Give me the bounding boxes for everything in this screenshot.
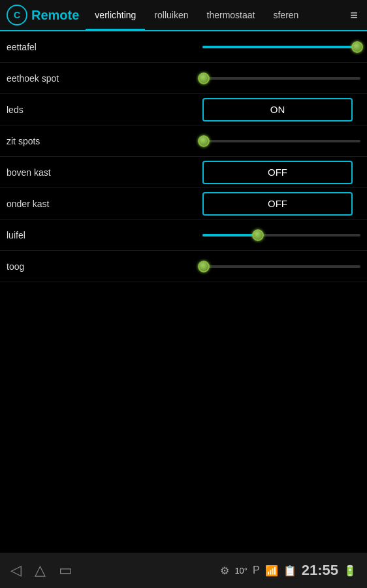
logo-letter: C: [14, 10, 20, 20]
control-right-leds: ON: [202, 98, 360, 122]
slider-fill-luifel: [202, 234, 258, 237]
control-right-boven_kast: OFF: [202, 161, 360, 184]
slider-track-eethoek[interactable]: [202, 77, 360, 80]
back-button[interactable]: ◁: [10, 562, 22, 579]
recents-button[interactable]: ▭: [59, 562, 72, 579]
temperature: 10°: [234, 566, 247, 576]
control-row-leds: ledsON: [0, 94, 367, 125]
slider-thumb-toog[interactable]: [198, 261, 210, 272]
tab-sferen[interactable]: sferen: [264, 1, 308, 31]
label-zit_spots: zit spots: [7, 136, 202, 146]
wifi-icon: 📶: [265, 564, 278, 577]
control-row-eethoek: eethoek spot: [0, 63, 367, 94]
nav-tabs: verlichtingrolluikenthermostaatsferen: [86, 0, 341, 30]
slider-thumb-zit_spots[interactable]: [198, 135, 210, 147]
slider-thumb-eettafel[interactable]: [351, 41, 363, 53]
control-right-onder_kast: OFF: [202, 192, 360, 216]
temp-icon: ⚙: [220, 564, 229, 577]
slider-track-luifel[interactable]: [202, 234, 360, 237]
slider-track-eettafel[interactable]: [202, 46, 360, 48]
control-row-boven_kast: boven kastOFF: [0, 157, 367, 188]
label-eettafel: eettafel: [7, 42, 202, 52]
logo: C Remote: [0, 5, 86, 25]
label-onder_kast: onder kast: [7, 199, 202, 209]
slider-track-zit_spots[interactable]: [202, 140, 360, 142]
label-toog: toog: [7, 261, 202, 272]
bottom-left-nav: ◁ △ ▭: [10, 562, 72, 579]
slider-thumb-eethoek[interactable]: [198, 73, 210, 84]
label-eethoek: eethoek spot: [7, 73, 202, 84]
control-right-toog: [202, 265, 360, 268]
label-boven_kast: boven kast: [7, 167, 202, 178]
content: eettafeleethoek spotledsONzit spotsboven…: [0, 31, 367, 282]
label-luifel: luifel: [7, 230, 202, 240]
label-leds: leds: [7, 105, 202, 115]
slider-track-toog[interactable]: [202, 265, 360, 268]
sim-icon: 📋: [283, 564, 296, 577]
control-right-eettafel: [202, 46, 360, 48]
menu-icon[interactable]: ≡: [341, 8, 367, 23]
app-title: Remote: [31, 8, 79, 23]
toggle-btn-onder_kast[interactable]: OFF: [202, 192, 353, 216]
control-right-luifel: [202, 234, 360, 237]
control-row-zit_spots: zit spots: [0, 125, 367, 157]
control-row-eettafel: eettafel: [0, 31, 367, 63]
bottom-right-status: ⚙ 10° P 📶 📋 21:55 🔋: [220, 562, 357, 579]
control-right-zit_spots: [202, 140, 360, 142]
control-row-luifel: luifel: [0, 220, 367, 251]
tab-rolluiken[interactable]: rolluiken: [145, 1, 197, 31]
logo-circle: C: [7, 5, 27, 25]
header: C Remote verlichtingrolluikenthermostaat…: [0, 0, 367, 31]
slider-thumb-luifel[interactable]: [252, 229, 264, 241]
home-button[interactable]: △: [35, 562, 46, 579]
bottom-bar: ◁ △ ▭ ⚙ 10° P 📶 📋 21:55 🔋: [0, 553, 367, 588]
parking-icon: P: [253, 564, 260, 576]
toggle-btn-leds[interactable]: ON: [202, 98, 353, 122]
control-row-onder_kast: onder kastOFF: [0, 188, 367, 220]
slider-fill-eettafel: [202, 46, 357, 48]
control-row-toog: toog: [0, 251, 367, 282]
toggle-btn-boven_kast[interactable]: OFF: [202, 161, 353, 184]
control-right-eethoek: [202, 77, 360, 80]
clock: 21:55: [302, 562, 338, 579]
battery-icon: 🔋: [343, 564, 357, 577]
tab-thermostaat[interactable]: thermostaat: [198, 1, 264, 31]
tab-verlichting[interactable]: verlichting: [86, 1, 145, 31]
